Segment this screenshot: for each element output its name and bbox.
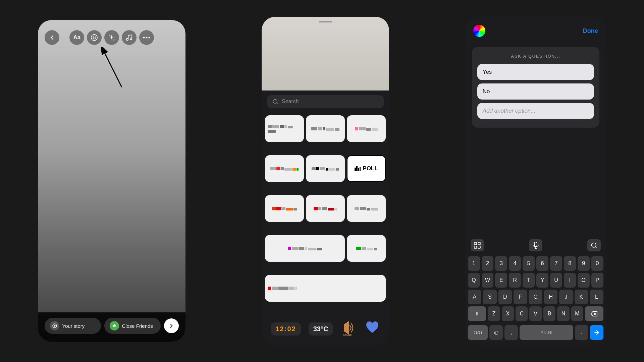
next-button[interactable] — [164, 318, 179, 333]
toolbar-icons: Aa — [69, 30, 154, 45]
key-v[interactable]: V — [529, 306, 541, 321]
key-n[interactable]: N — [557, 306, 569, 321]
temperature-sticker[interactable]: 33°C — [309, 322, 333, 336]
music-tool-button[interactable] — [122, 30, 137, 45]
svg-point-3 — [126, 39, 128, 41]
sticker-search-bar[interactable]: Search — [267, 95, 384, 108]
answer-option-yes[interactable]: Yes — [477, 64, 594, 80]
heart-icon — [365, 320, 380, 335]
key-u[interactable]: U — [550, 273, 562, 288]
heart-sticker[interactable] — [365, 320, 380, 338]
sticker-item-11[interactable] — [347, 235, 386, 262]
key-t[interactable]: T — [523, 273, 535, 288]
key-o[interactable]: O — [578, 273, 590, 288]
story-bottom-bar: Your story Close Friends — [38, 312, 185, 342]
close-friends-icon — [110, 321, 119, 330]
sticker-item-9[interactable] — [347, 195, 386, 222]
sticker-item-3[interactable] — [347, 115, 386, 142]
key-e[interactable]: E — [495, 273, 507, 288]
backspace-key[interactable] — [585, 306, 603, 321]
space-key[interactable]: EN-HI — [520, 325, 573, 340]
key-8[interactable]: 8 — [564, 256, 576, 271]
key-b[interactable]: B — [543, 306, 555, 321]
key-1[interactable]: 1 — [468, 256, 480, 271]
period-key[interactable]: . — [575, 325, 588, 340]
key-5[interactable]: 5 — [523, 256, 535, 271]
svg-text:SOUND: SOUND — [343, 334, 352, 336]
svg-rect-27 — [534, 242, 537, 246]
keyboard-zxcv-row: ⇧ Z X C V B N M — [468, 306, 603, 321]
keyboard-number-row: 1 2 3 4 5 6 7 8 9 0 — [468, 256, 603, 271]
key-3[interactable]: 3 — [495, 256, 507, 271]
svg-line-9 — [105, 54, 122, 87]
key-6[interactable]: 6 — [536, 256, 548, 271]
sticker-item-2[interactable] — [306, 115, 345, 142]
key-0[interactable]: 0 — [591, 256, 603, 271]
key-x[interactable]: X — [502, 306, 514, 321]
text-tool-button[interactable]: Aa — [69, 30, 84, 45]
svg-rect-15 — [355, 168, 356, 171]
sticker-item-1[interactable] — [265, 115, 304, 142]
key-i[interactable]: I — [564, 273, 576, 288]
sticker-item-4[interactable] — [265, 155, 304, 182]
key-p[interactable]: P — [591, 273, 603, 288]
key-4[interactable]: 4 — [509, 256, 521, 271]
key-9[interactable]: 9 — [578, 256, 590, 271]
key-r[interactable]: R — [509, 273, 521, 288]
sparkle-tool-button[interactable] — [104, 30, 119, 45]
keyboard-bottom-row: २३२३ ☺ , EN-HI . — [468, 325, 603, 340]
send-key[interactable] — [590, 325, 603, 340]
sticker-item-10[interactable] — [265, 235, 345, 262]
svg-point-6 — [146, 37, 148, 39]
keyboard-asdf-row: A S D F G H J K L — [468, 290, 603, 304]
key-a[interactable]: A — [468, 290, 481, 304]
key-y[interactable]: Y — [536, 273, 548, 288]
answer-option-no[interactable]: No — [477, 83, 594, 100]
key-2[interactable]: 2 — [482, 256, 494, 271]
sticker-item-8[interactable] — [306, 195, 345, 222]
drag-handle[interactable] — [319, 21, 332, 22]
key-l[interactable]: L — [590, 290, 603, 304]
svg-rect-18 — [360, 167, 361, 171]
sticker-item-12[interactable] — [265, 275, 386, 302]
key-j[interactable]: J — [559, 290, 573, 304]
key-q[interactable]: Q — [468, 273, 480, 288]
emoji-key[interactable]: ☺ — [489, 325, 503, 340]
key-f[interactable]: F — [514, 290, 527, 304]
story-toolbar: Aa — [38, 30, 185, 45]
key-g[interactable]: G — [529, 290, 542, 304]
key-d[interactable]: D — [498, 290, 512, 304]
key-m[interactable]: M — [571, 306, 583, 321]
sticker-item-7[interactable] — [265, 195, 304, 222]
color-wheel-button[interactable] — [473, 25, 485, 37]
sticker-item-5[interactable] — [306, 155, 345, 182]
done-button[interactable]: Done — [583, 27, 598, 35]
key-k[interactable]: K — [575, 290, 588, 304]
keyboard-search-icon[interactable] — [587, 239, 601, 251]
comma-key[interactable]: , — [504, 325, 518, 340]
key-s[interactable]: S — [483, 290, 496, 304]
your-story-button[interactable]: Your story — [45, 318, 101, 334]
key-z[interactable]: Z — [488, 306, 500, 321]
search-icon — [272, 99, 278, 105]
svg-rect-24 — [478, 242, 480, 245]
sticker-panel-preview — [262, 17, 389, 90]
svg-point-7 — [149, 37, 150, 39]
number-switch-key[interactable]: २३२३ — [468, 325, 488, 340]
key-h[interactable]: H — [544, 290, 557, 304]
close-friends-button[interactable]: Close Friends — [104, 318, 161, 334]
key-c[interactable]: C — [516, 306, 528, 321]
clock-sticker[interactable]: 12:02 — [271, 322, 301, 336]
keyboard-mic-icon[interactable] — [529, 239, 542, 251]
key-w[interactable]: W — [482, 273, 494, 288]
emoji-tool-button[interactable] — [87, 30, 102, 45]
add-option-placeholder[interactable]: Add another option... — [477, 103, 594, 119]
sound-sticker[interactable]: SOUND ON — [340, 319, 357, 339]
sticker-item-poll[interactable]: POLL — [347, 155, 386, 182]
keyboard-grid-icon[interactable] — [471, 239, 484, 251]
back-button[interactable] — [45, 30, 59, 45]
shift-key[interactable]: ⇧ — [468, 306, 486, 321]
keyboard-rows: 1 2 3 4 5 6 7 8 9 0 Q W E R T Y U I — [467, 256, 605, 340]
more-tool-button[interactable] — [139, 30, 154, 45]
key-7[interactable]: 7 — [550, 256, 562, 271]
